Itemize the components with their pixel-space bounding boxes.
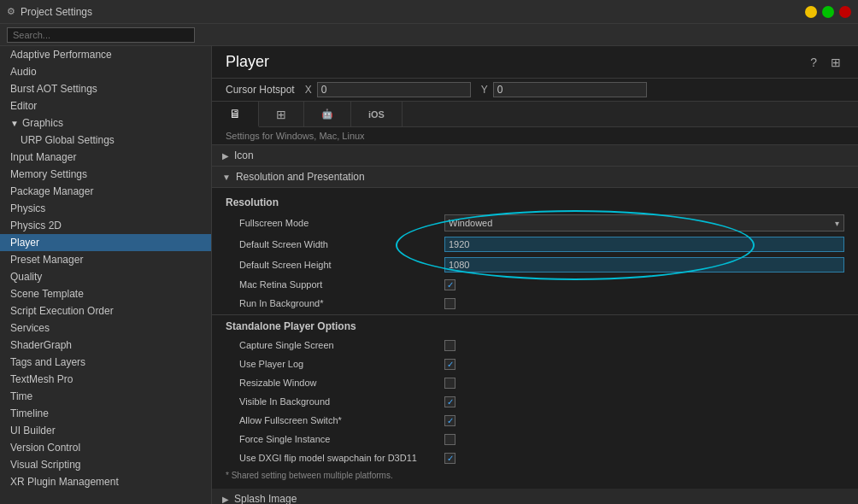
resizable-row: Resizable Window bbox=[212, 373, 858, 392]
capture-single-value bbox=[444, 340, 844, 351]
sidebar-item-textmesh-pro[interactable]: TextMesh Pro bbox=[0, 371, 211, 388]
maximize-button[interactable] bbox=[822, 6, 834, 18]
screen-height-input[interactable] bbox=[444, 257, 844, 273]
sidebar-item-time[interactable]: Time bbox=[0, 388, 211, 405]
player-log-value bbox=[444, 359, 844, 370]
splash-section-header[interactable]: ▶ Splash Image bbox=[212, 489, 858, 504]
visible-bg-value bbox=[444, 396, 844, 407]
fullscreen-mode-value: Fullscreen Window Exclusive Fullscreen M… bbox=[444, 214, 844, 231]
mac-retina-checkbox[interactable] bbox=[444, 279, 455, 290]
layout-button[interactable]: ⊞ bbox=[827, 54, 844, 71]
platform-tabs: 🖥⊞🤖iOS bbox=[212, 102, 858, 127]
cursor-y-input[interactable] bbox=[493, 82, 647, 97]
sidebar: Adaptive PerformanceAudioBurst AOT Setti… bbox=[0, 46, 212, 504]
mac-retina-row: Mac Retina Support bbox=[212, 275, 858, 294]
player-log-checkbox[interactable] bbox=[444, 359, 455, 370]
resolution-section-label: Resolution and Presentation bbox=[236, 171, 365, 183]
sidebar-item-memory-settings[interactable]: Memory Settings bbox=[0, 166, 211, 183]
standalone-subsection-label: Standalone Player Options bbox=[212, 317, 858, 336]
sidebar-item-urp-global[interactable]: URP Global Settings bbox=[0, 132, 211, 149]
splash-arrow: ▶ bbox=[222, 495, 229, 504]
icon-section-header[interactable]: ▶ Icon bbox=[212, 145, 858, 167]
sidebar-item-services[interactable]: Services bbox=[0, 319, 211, 337]
force-single-value bbox=[444, 434, 844, 445]
sidebar-item-adaptive-performance[interactable]: Adaptive Performance bbox=[0, 46, 211, 63]
screen-width-value bbox=[444, 237, 844, 252]
sidebar-item-scene-template[interactable]: Scene Template bbox=[0, 285, 211, 302]
capture-single-row: Capture Single Screen bbox=[212, 336, 858, 355]
sidebar-item-physics[interactable]: Physics bbox=[0, 200, 211, 217]
icon-section-arrow: ▶ bbox=[222, 151, 229, 161]
icon-section-label: Icon bbox=[234, 149, 254, 161]
fullscreen-switch-checkbox[interactable] bbox=[444, 415, 455, 426]
graphics-arrow-icon: ▼ bbox=[10, 119, 19, 128]
settings-body[interactable]: ▶ Icon ▼ Resolution and Presentation Res… bbox=[212, 145, 858, 504]
dxgi-value bbox=[444, 453, 844, 464]
sidebar-item-audio[interactable]: Audio bbox=[0, 63, 211, 80]
sidebar-item-version-control[interactable]: Version Control bbox=[0, 439, 211, 456]
help-button[interactable]: ? bbox=[807, 54, 820, 71]
main-content: Adaptive PerformanceAudioBurst AOT Setti… bbox=[0, 46, 858, 504]
capture-single-checkbox[interactable] bbox=[444, 340, 455, 351]
visible-bg-checkbox[interactable] bbox=[444, 396, 455, 407]
fullscreen-select-wrapper: Fullscreen Window Exclusive Fullscreen M… bbox=[444, 214, 844, 231]
screen-height-value bbox=[444, 257, 844, 273]
resizable-checkbox[interactable] bbox=[444, 378, 455, 389]
fullscreen-switch-value bbox=[444, 415, 844, 426]
sidebar-item-burst-aot[interactable]: Burst AOT Settings bbox=[0, 80, 211, 97]
sidebar-item-quality[interactable]: Quality bbox=[0, 268, 211, 285]
run-background-checkbox[interactable] bbox=[444, 298, 455, 309]
sidebar-item-physics-2d[interactable]: Physics 2D bbox=[0, 217, 211, 234]
sidebar-item-preset-manager[interactable]: Preset Manager bbox=[0, 251, 211, 268]
platform-tab-ios[interactable]: iOS bbox=[351, 102, 403, 126]
sidebar-item-editor[interactable]: Editor bbox=[0, 97, 211, 114]
cursor-hotspot-label: Cursor Hotspot bbox=[226, 84, 295, 96]
run-background-label: Run In Background* bbox=[239, 298, 444, 308]
fullscreen-mode-select[interactable]: Fullscreen Window Exclusive Fullscreen M… bbox=[444, 214, 844, 231]
platform-tab-windows[interactable]: 🖥 bbox=[212, 102, 259, 127]
mac-retina-label: Mac Retina Support bbox=[239, 279, 444, 290]
resolution-section-header[interactable]: ▼ Resolution and Presentation bbox=[212, 167, 858, 188]
sidebar-item-input-manager[interactable]: Input Manager bbox=[0, 149, 211, 166]
sidebar-item-tags-layers[interactable]: Tags and Layers bbox=[0, 354, 211, 371]
fullscreen-switch-row: Allow Fullscreen Switch* bbox=[212, 411, 858, 430]
close-button[interactable] bbox=[839, 6, 851, 18]
dxgi-checkbox[interactable] bbox=[444, 453, 455, 464]
search-input[interactable] bbox=[7, 27, 195, 43]
minimize-button[interactable] bbox=[805, 6, 817, 18]
cursor-x-label: X bbox=[305, 84, 312, 96]
sidebar-item-visual-scripting[interactable]: Visual Scripting bbox=[0, 456, 211, 473]
platform-tab-android[interactable]: 🤖 bbox=[304, 102, 351, 126]
sidebar-item-player[interactable]: Player bbox=[0, 234, 211, 251]
force-single-checkbox[interactable] bbox=[444, 434, 455, 445]
player-log-row: Use Player Log bbox=[212, 355, 858, 373]
screen-width-label: Default Screen Width bbox=[239, 239, 444, 249]
sidebar-item-shader-graph[interactable]: ShaderGraph bbox=[0, 337, 211, 354]
title-bar-title: Project Settings bbox=[21, 6, 92, 18]
page-title: Player bbox=[226, 53, 269, 71]
splash-section-label: Splash Image bbox=[234, 493, 297, 504]
sidebar-item-xr-plugin[interactable]: XR Plugin Management bbox=[0, 473, 211, 490]
screen-width-input[interactable] bbox=[444, 237, 844, 252]
resizable-value bbox=[444, 378, 844, 389]
title-bar-controls bbox=[805, 6, 851, 18]
sidebar-item-script-execution[interactable]: Script Execution Order bbox=[0, 302, 211, 319]
resolution-section-content: Resolution Fullscreen Mode Fullscreen Wi… bbox=[212, 188, 858, 489]
content-area: Player ? ⊞ Cursor Hotspot X Y 🖥⊞🤖iOS Set… bbox=[212, 46, 858, 504]
sidebar-item-graphics[interactable]: ▼Graphics bbox=[0, 114, 211, 132]
fullscreen-mode-label: Fullscreen Mode bbox=[239, 218, 444, 228]
android-platform-icon: 🤖 bbox=[321, 108, 333, 120]
settings-for-label: Settings for Windows, Mac, Linux bbox=[212, 127, 858, 145]
capture-single-label: Capture Single Screen bbox=[239, 340, 444, 350]
cursor-row: Cursor Hotspot X Y bbox=[212, 79, 858, 102]
sidebar-item-ui-builder[interactable]: UI Builder bbox=[0, 422, 211, 439]
force-single-label: Force Single Instance bbox=[239, 434, 444, 444]
title-bar-icon: ⚙ bbox=[7, 6, 15, 17]
resolution-subsection-label: Resolution bbox=[212, 193, 858, 212]
visible-bg-row: Visible In Background bbox=[212, 392, 858, 411]
sidebar-item-timeline[interactable]: Timeline bbox=[0, 405, 211, 422]
sidebar-item-package-manager[interactable]: Package Manager bbox=[0, 183, 211, 200]
platform-tab-linux[interactable]: ⊞ bbox=[259, 102, 304, 126]
cursor-x-input[interactable] bbox=[317, 82, 471, 97]
cursor-y-field: Y bbox=[481, 82, 647, 97]
